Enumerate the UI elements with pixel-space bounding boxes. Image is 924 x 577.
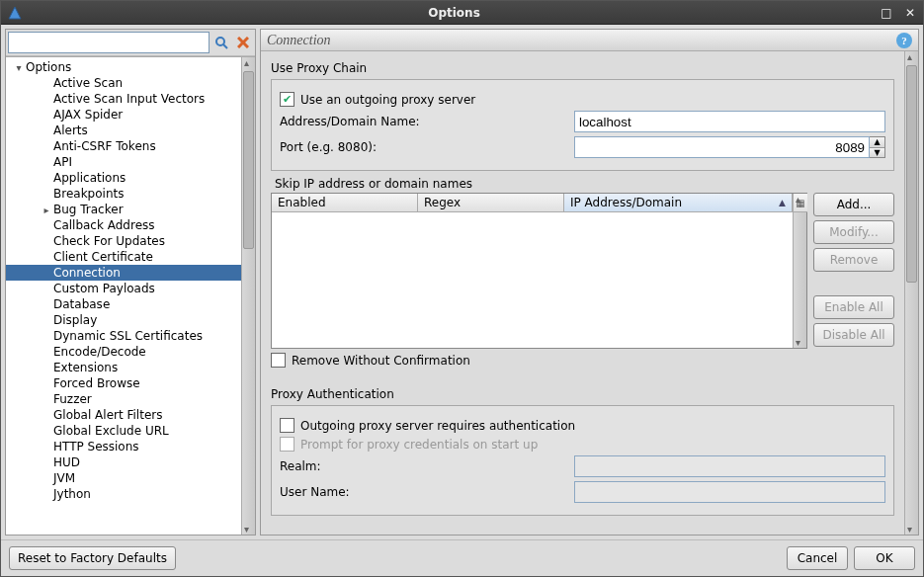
col-domain[interactable]: IP Address/Domain▲: [564, 194, 793, 211]
titlebar: Options □ ✕: [1, 1, 923, 25]
maximize-icon[interactable]: □: [880, 6, 893, 20]
settings-panel: Connection ? Use Proxy Chain ✔ Use an ou…: [260, 29, 919, 536]
tree-item[interactable]: Extensions: [6, 360, 241, 375]
app-icon: [7, 5, 23, 21]
add-button[interactable]: Add...: [813, 193, 894, 216]
tree-item[interactable]: Breakpoints: [6, 186, 241, 202]
requires-auth-label: Outgoing proxy server requires authentic…: [300, 419, 575, 433]
tree-item[interactable]: Database: [6, 296, 241, 312]
tree-scrollbar[interactable]: [241, 57, 255, 535]
options-tree[interactable]: ▾OptionsActive ScanActive Scan Input Vec…: [6, 57, 241, 535]
proxy-chain-group: Use Proxy Chain: [271, 59, 894, 77]
username-label: User Name:: [280, 485, 566, 499]
cancel-button[interactable]: Cancel: [787, 546, 848, 570]
address-label: Address/Domain Name:: [280, 115, 566, 128]
tree-item[interactable]: Active Scan Input Vectors: [6, 91, 241, 107]
tree-item[interactable]: JVM: [6, 470, 241, 486]
username-input: [574, 481, 885, 503]
tree-item[interactable]: Dynamic SSL Certificates: [6, 328, 241, 344]
search-icon[interactable]: [211, 33, 231, 52]
tree-item[interactable]: API: [6, 154, 241, 170]
tree-item[interactable]: ▸Bug Tracker: [6, 202, 241, 217]
tree-item[interactable]: Connection: [6, 265, 241, 281]
remove-no-confirm-checkbox[interactable]: [271, 353, 286, 368]
column-picker-icon[interactable]: ▦: [794, 194, 807, 212]
enable-all-button[interactable]: Enable All: [813, 295, 894, 319]
remove-button[interactable]: Remove: [813, 248, 894, 272]
realm-label: Realm:: [280, 459, 566, 473]
ok-button[interactable]: OK: [854, 546, 915, 570]
window-title: Options: [29, 6, 880, 20]
disable-all-button[interactable]: Disable All: [813, 323, 894, 347]
col-regex[interactable]: Regex: [418, 194, 564, 211]
panel-title: Connection: [267, 33, 331, 48]
tree-item[interactable]: Anti-CSRF Tokens: [6, 138, 241, 154]
skip-table[interactable]: Enabled Regex IP Address/Domain▲ ▦: [271, 193, 807, 349]
footer: Reset to Factory Defaults Cancel OK: [1, 539, 923, 576]
options-window: Options □ ✕ ▾OptionsActive ScanAct: [0, 0, 924, 577]
help-icon[interactable]: ?: [896, 33, 912, 48]
reset-button[interactable]: Reset to Factory Defaults: [9, 546, 176, 570]
panel-scrollbar[interactable]: [904, 51, 918, 535]
tree-item[interactable]: Global Alert Filters: [6, 407, 241, 423]
address-input[interactable]: [574, 111, 885, 132]
tree-item[interactable]: Encode/Decode: [6, 344, 241, 360]
tree-item[interactable]: Callback Address: [6, 217, 241, 233]
tree-item[interactable]: Applications: [6, 170, 241, 186]
tree-item[interactable]: Client Certificate: [6, 249, 241, 265]
tree-item[interactable]: AJAX Spider: [6, 107, 241, 123]
proxy-auth-group: Proxy Authentication: [271, 385, 894, 403]
tree-item[interactable]: Forced Browse: [6, 375, 241, 391]
table-scrollbar[interactable]: ▦: [793, 194, 806, 348]
skip-group-label: Skip IP address or domain names: [275, 175, 894, 193]
modify-button[interactable]: Modify...: [813, 220, 894, 244]
remove-no-confirm-label: Remove Without Confirmation: [292, 354, 470, 368]
tree-item[interactable]: Alerts: [6, 123, 241, 138]
tree-item[interactable]: Active Scan: [6, 75, 241, 91]
options-tree-pane: ▾OptionsActive ScanActive Scan Input Vec…: [5, 29, 256, 536]
clear-search-icon[interactable]: [233, 33, 253, 52]
prompt-credentials-label: Prompt for proxy credentials on start up: [300, 438, 538, 452]
port-label: Port (e.g. 8080):: [280, 140, 566, 154]
realm-input: [574, 455, 885, 477]
tree-item[interactable]: Jython: [6, 486, 241, 502]
tree-item[interactable]: HTTP Sessions: [6, 439, 241, 454]
tree-item[interactable]: Display: [6, 312, 241, 328]
col-enabled[interactable]: Enabled: [272, 194, 418, 211]
tree-item[interactable]: Check For Updates: [6, 233, 241, 249]
tree-item[interactable]: Custom Payloads: [6, 281, 241, 296]
prompt-credentials-checkbox: [280, 437, 294, 452]
close-icon[interactable]: ✕: [903, 6, 917, 20]
tree-item[interactable]: Fuzzer: [6, 391, 241, 407]
tree-root[interactable]: ▾Options: [6, 59, 241, 75]
use-proxy-checkbox[interactable]: ✔: [280, 92, 294, 107]
svg-point-0: [216, 38, 224, 45]
requires-auth-checkbox[interactable]: [280, 418, 294, 433]
search-input[interactable]: [8, 32, 210, 53]
port-input[interactable]: [574, 136, 870, 158]
tree-item[interactable]: Global Exclude URL: [6, 423, 241, 439]
svg-line-1: [223, 44, 227, 48]
port-spinner[interactable]: ▲▼: [870, 136, 885, 158]
use-proxy-label: Use an outgoing proxy server: [300, 93, 475, 107]
tree-item[interactable]: HUD: [6, 454, 241, 470]
